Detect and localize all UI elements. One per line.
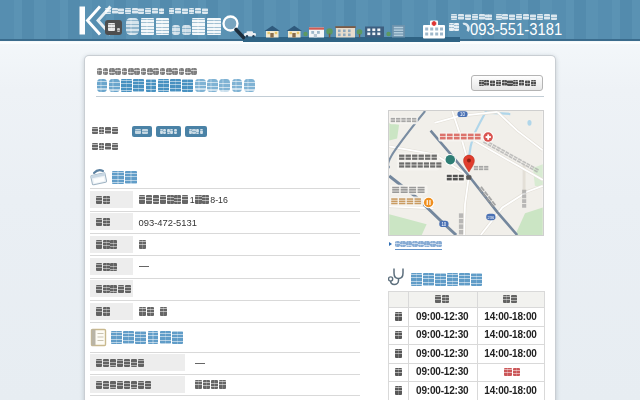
svg-text:236: 236: [487, 215, 494, 220]
svg-text:10: 10: [460, 111, 465, 116]
svg-text:10: 10: [441, 222, 446, 227]
